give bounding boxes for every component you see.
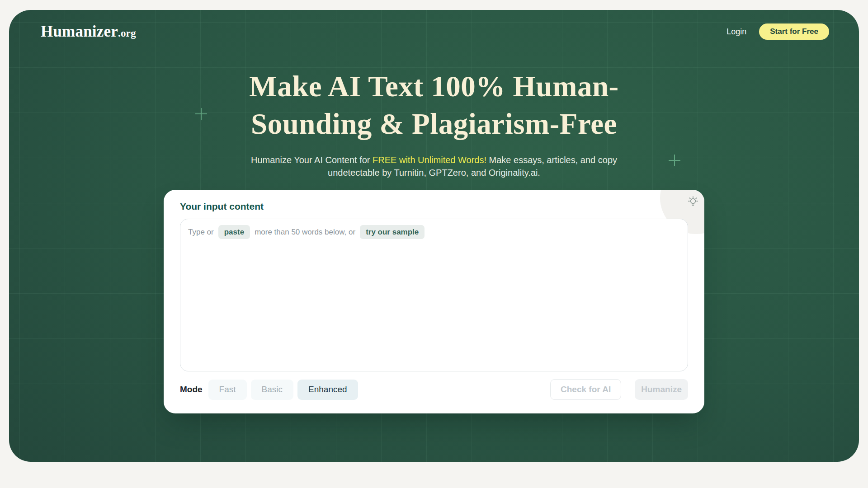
page-title: Make AI Text 100% Human- Sounding & Plag… [9, 68, 859, 143]
card-bottom-row: Mode Fast Basic Enhanced Check for AI Hu… [180, 379, 688, 400]
hero-section: Make AI Text 100% Human- Sounding & Plag… [9, 68, 859, 179]
mode-button-enhanced[interactable]: Enhanced [297, 380, 358, 400]
lightbulb-tips-icon[interactable] [687, 195, 699, 208]
header-actions: Login Start for Free [726, 23, 829, 40]
placeholder-text-1: Type or [188, 228, 214, 237]
placeholder-text-2: more than 50 words below, or [255, 228, 355, 237]
page: Humanizer.org Login Start for Free Make … [0, 0, 868, 488]
hero-panel: Humanizer.org Login Start for Free Make … [9, 10, 859, 462]
input-card-title: Your input content [180, 201, 688, 212]
input-card: Your input content Type or paste more th… [164, 190, 704, 413]
logo[interactable]: Humanizer.org [41, 23, 136, 41]
paste-chip-button[interactable]: paste [218, 225, 250, 239]
hero-subtitle-prefix: Humanize Your AI Content for [251, 155, 373, 165]
check-for-ai-button[interactable]: Check for AI [550, 379, 621, 400]
input-textarea[interactable]: Type or paste more than 50 words below, … [180, 219, 688, 371]
mode-selector: Mode Fast Basic Enhanced [180, 380, 358, 400]
humanize-button[interactable]: Humanize [635, 379, 688, 400]
mode-button-basic[interactable]: Basic [251, 380, 293, 400]
page-title-line1: Make AI Text 100% Human- [249, 70, 618, 103]
input-placeholder: Type or paste more than 50 words below, … [180, 219, 688, 239]
hero-subtitle: Humanize Your AI Content for FREE with U… [246, 154, 622, 179]
start-for-free-button[interactable]: Start for Free [759, 23, 829, 40]
header: Humanizer.org Login Start for Free [9, 10, 859, 41]
hero-subtitle-highlight: FREE with Unlimited Words! [373, 155, 486, 165]
login-button[interactable]: Login [726, 27, 746, 37]
logo-brand-name: Humanizer [41, 23, 118, 40]
card-actions: Check for AI Humanize [550, 379, 688, 400]
page-title-line2: Sounding & Plagiarism-Free [251, 108, 617, 140]
mode-label: Mode [180, 385, 203, 394]
mode-button-fast[interactable]: Fast [208, 380, 247, 400]
logo-tld: .org [118, 28, 136, 39]
try-our-sample-chip-button[interactable]: try our sample [360, 225, 425, 239]
